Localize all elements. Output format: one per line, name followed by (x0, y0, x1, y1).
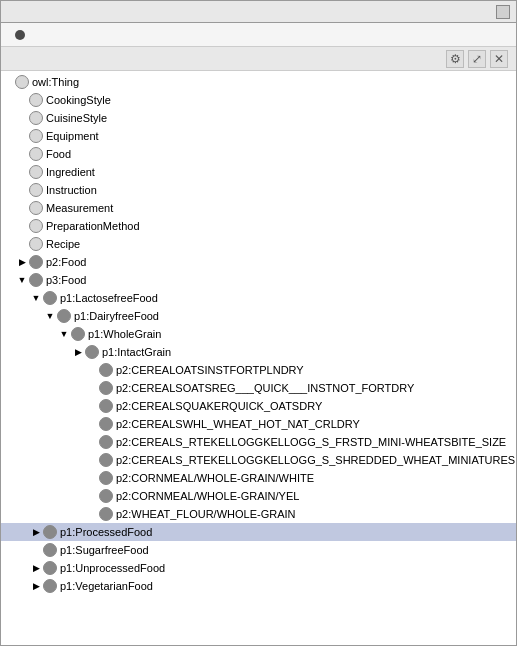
node-label: CuisineStyle (46, 112, 107, 124)
tree-item[interactable]: p2:CEREALSOATSREG___QUICK___INSTNOT_FORT… (1, 379, 516, 397)
node-label: p2:WHEAT_FLOUR/WHOLE-GRAIN (116, 508, 296, 520)
node-label: p3:Food (46, 274, 86, 286)
subclass-explorer-window: ⚙ ⤢ ✕ owl:ThingCookingStyleCuisineStyleE… (0, 0, 517, 646)
node-label: Measurement (46, 202, 113, 214)
expand-button[interactable]: ▼ (15, 273, 29, 287)
expand-button[interactable]: ▶ (29, 525, 43, 539)
tree-item[interactable]: p1:SugarfreeFood (1, 541, 516, 559)
tree-item[interactable]: owl:Thing (1, 73, 516, 91)
tree-item[interactable]: p2:CEREALSQUAKERQUICK_OATSDRY (1, 397, 516, 415)
tree-item[interactable]: Measurement (1, 199, 516, 217)
expand-button[interactable]: ▼ (29, 291, 43, 305)
project-dot-icon (15, 30, 25, 40)
tree-item[interactable]: ▶p1:IntactGrain (1, 343, 516, 361)
node-icon (99, 507, 113, 521)
node-label: owl:Thing (32, 76, 79, 88)
tree-item[interactable]: Recipe (1, 235, 516, 253)
node-label: p2:CEREALSOATSREG___QUICK___INSTNOT_FORT… (116, 382, 414, 394)
node-icon (29, 147, 43, 161)
node-label: p1:ProcessedFood (60, 526, 152, 538)
node-icon (99, 363, 113, 377)
tree-container[interactable]: owl:ThingCookingStyleCuisineStyleEquipme… (1, 71, 516, 645)
expand-button[interactable]: ▶ (15, 255, 29, 269)
tree-item[interactable]: p2:CEREALSWHL_WHEAT_HOT_NAT_CRLDRY (1, 415, 516, 433)
section-header: ⚙ ⤢ ✕ (1, 47, 516, 71)
node-icon (99, 453, 113, 467)
node-icon (29, 183, 43, 197)
node-label: p1:VegetarianFood (60, 580, 153, 592)
node-label: Equipment (46, 130, 99, 142)
node-label: CookingStyle (46, 94, 111, 106)
tree-item[interactable]: p2:CEREALS_RTEKELLOGGKELLOGG_S_SHREDDED_… (1, 451, 516, 469)
node-icon (99, 471, 113, 485)
tree-item[interactable]: ▼p1:DairyfreeFood (1, 307, 516, 325)
node-label: Recipe (46, 238, 80, 250)
node-label: p1:DairyfreeFood (74, 310, 159, 322)
expand-button[interactable]: ▼ (43, 309, 57, 323)
node-label: p2:CEREALS_RTEKELLOGGKELLOGG_S_SHREDDED_… (116, 454, 515, 466)
tree-item[interactable]: p2:CORNMEAL/WHOLE-GRAIN/YEL (1, 487, 516, 505)
node-icon (43, 561, 57, 575)
tree-item[interactable]: p2:CEREALS_RTEKELLOGGKELLOGG_S_FRSTD_MIN… (1, 433, 516, 451)
tree-item[interactable]: p2:CEREALOATSINSTFORTPLNDRY (1, 361, 516, 379)
node-icon (43, 543, 57, 557)
node-label: Instruction (46, 184, 97, 196)
node-icon (29, 129, 43, 143)
expand-button[interactable]: ▶ (29, 579, 43, 593)
expand-button[interactable]: ▶ (71, 345, 85, 359)
settings-icon[interactable]: ⚙ (446, 50, 464, 68)
node-icon (99, 399, 113, 413)
node-label: p2:CEREALS_RTEKELLOGGKELLOGG_S_FRSTD_MIN… (116, 436, 506, 448)
node-label: p1:LactosefreeFood (60, 292, 158, 304)
node-label: p2:CORNMEAL/WHOLE-GRAIN/WHITE (116, 472, 314, 484)
project-bar (1, 23, 516, 47)
node-label: p2:CEREALSWHL_WHEAT_HOT_NAT_CRLDRY (116, 418, 360, 430)
node-label: Food (46, 148, 71, 160)
node-icon (29, 165, 43, 179)
tree-item[interactable]: PreparationMethod (1, 217, 516, 235)
tree-item[interactable]: p2:WHEAT_FLOUR/WHOLE-GRAIN (1, 505, 516, 523)
node-icon (57, 309, 71, 323)
node-icon (29, 237, 43, 251)
node-icon (43, 579, 57, 593)
node-icon (85, 345, 99, 359)
tree-item[interactable]: ▼p1:LactosefreeFood (1, 289, 516, 307)
node-icon (29, 273, 43, 287)
node-icon (99, 435, 113, 449)
node-icon (29, 111, 43, 125)
node-icon (29, 93, 43, 107)
node-label: p2:CEREALOATSINSTFORTPLNDRY (116, 364, 304, 376)
node-icon (99, 417, 113, 431)
tree-item[interactable]: Ingredient (1, 163, 516, 181)
window-close-button[interactable] (496, 5, 510, 19)
node-label: p2:CORNMEAL/WHOLE-GRAIN/YEL (116, 490, 299, 502)
title-bar (1, 1, 516, 23)
node-icon (29, 255, 43, 269)
node-label: PreparationMethod (46, 220, 140, 232)
tree-item[interactable]: p2:CORNMEAL/WHOLE-GRAIN/WHITE (1, 469, 516, 487)
tree-item[interactable]: Equipment (1, 127, 516, 145)
tree-item[interactable]: ▶p1:UnprocessedFood (1, 559, 516, 577)
tree-item[interactable]: ▶p2:Food (1, 253, 516, 271)
node-icon (71, 327, 85, 341)
tree-item[interactable]: CuisineStyle (1, 109, 516, 127)
tree-item[interactable]: Instruction (1, 181, 516, 199)
node-label: p1:WholeGrain (88, 328, 161, 340)
tree-item[interactable]: Food (1, 145, 516, 163)
tree-item[interactable]: ▼p3:Food (1, 271, 516, 289)
tree-item[interactable]: ▶p1:VegetarianFood (1, 577, 516, 595)
node-label: p1:SugarfreeFood (60, 544, 149, 556)
node-icon (43, 525, 57, 539)
node-label: p1:UnprocessedFood (60, 562, 165, 574)
tree-item[interactable]: ▼p1:WholeGrain (1, 325, 516, 343)
tree-item[interactable]: ▶p1:ProcessedFood (1, 523, 516, 541)
tree-item[interactable]: CookingStyle (1, 91, 516, 109)
close-icon[interactable]: ✕ (490, 50, 508, 68)
node-icon (29, 219, 43, 233)
node-icon (99, 489, 113, 503)
node-label: p1:IntactGrain (102, 346, 171, 358)
expand-button[interactable]: ▼ (57, 327, 71, 341)
expand-icon[interactable]: ⤢ (468, 50, 486, 68)
node-icon (29, 201, 43, 215)
expand-button[interactable]: ▶ (29, 561, 43, 575)
